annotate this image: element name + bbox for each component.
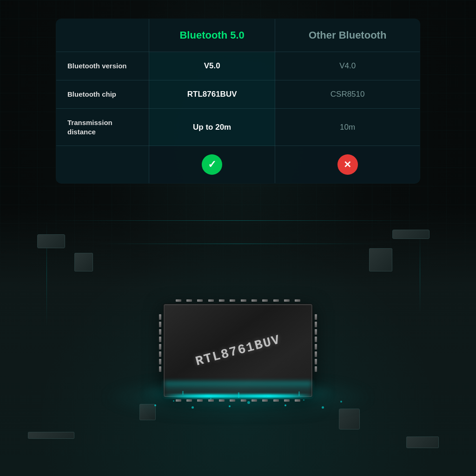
particle <box>266 396 267 397</box>
table-row: Bluetooth version V5.0 V4.0 <box>56 52 420 80</box>
table-header-feature <box>56 19 149 52</box>
circuit-line <box>95 244 381 244</box>
chip-pin <box>315 314 317 320</box>
particle <box>182 391 184 395</box>
comparison-table-container: Bluetooth 5.0 Other Bluetooth Bluetooth … <box>56 19 420 184</box>
chip-pin <box>159 344 161 350</box>
chip-pin <box>159 366 161 372</box>
board-component <box>74 253 93 271</box>
table-header-bt50: Bluetooth 5.0 <box>149 19 275 52</box>
row-other-version: V4.0 <box>275 52 420 80</box>
chip-pins-top <box>174 299 302 302</box>
chip-label: RTL8761BUV <box>194 332 282 369</box>
chip-pin <box>315 322 317 327</box>
chip-pins-left <box>159 314 161 387</box>
particle <box>284 404 286 406</box>
table-header-row: Bluetooth 5.0 Other Bluetooth <box>56 19 420 52</box>
chip-pin <box>273 299 279 302</box>
row-label-version: Bluetooth version <box>56 52 149 80</box>
table-row: Transmission distance Up to 20m 10m <box>56 109 420 146</box>
chip-wrapper: RTL8761BUV <box>164 304 312 397</box>
chip-pin <box>315 337 317 342</box>
chip-pins-right <box>315 314 317 387</box>
chip-pin <box>186 299 192 302</box>
icon-row-empty <box>56 146 149 184</box>
circuit-line <box>420 233 420 314</box>
chip-pin <box>315 329 317 335</box>
chip-pin <box>208 299 214 302</box>
particle <box>238 392 239 398</box>
particle <box>298 391 300 396</box>
cross-cell: ✕ <box>275 146 420 184</box>
particle <box>247 401 250 404</box>
board-component <box>392 230 430 239</box>
table-row: Bluetooth chip RTL8761BUV CSR8510 <box>56 80 420 109</box>
particle <box>322 406 324 409</box>
board-component <box>369 248 392 271</box>
particle <box>340 401 342 403</box>
check-icon: ✓ <box>202 154 222 175</box>
row-other-chip: CSR8510 <box>275 80 420 109</box>
chip-pin <box>315 344 317 350</box>
board-component <box>28 432 74 439</box>
comparison-table: Bluetooth 5.0 Other Bluetooth Bluetooth … <box>56 19 420 184</box>
chip-pin <box>219 299 225 302</box>
chip-pin <box>315 351 317 357</box>
row-bt50-chip: RTL8761BUV <box>149 80 275 109</box>
board-component <box>406 436 439 448</box>
chip-pin <box>159 359 161 364</box>
circuit-line <box>47 220 428 221</box>
board-component <box>37 234 65 248</box>
row-label-distance: Transmission distance <box>56 109 149 146</box>
particle <box>210 398 212 399</box>
chip-pin <box>262 299 268 302</box>
chip-pin <box>159 329 161 335</box>
particle <box>192 406 194 409</box>
particle <box>229 405 231 407</box>
row-bt50-distance: Up to 20m <box>149 109 275 146</box>
chip-pin <box>251 299 257 302</box>
chip-pin <box>159 337 161 342</box>
table-row-icons: ✓ ✕ <box>56 146 420 184</box>
chip-pin <box>315 366 317 372</box>
row-label-chip: Bluetooth chip <box>56 80 149 109</box>
particle <box>154 404 156 406</box>
chip-particles <box>136 383 340 411</box>
particle <box>173 400 174 402</box>
chip-pin <box>315 359 317 364</box>
row-other-distance: 10m <box>275 109 420 146</box>
chip-area: RTL8761BUV <box>0 206 476 476</box>
cross-icon: ✕ <box>337 154 358 175</box>
chip-pin <box>197 299 203 302</box>
particle <box>303 399 304 401</box>
check-cell: ✓ <box>149 146 275 184</box>
table-header-other: Other Bluetooth <box>275 19 420 52</box>
chip-pin <box>159 322 161 327</box>
row-bt50-version: V5.0 <box>149 52 275 80</box>
chip-pin <box>284 299 290 302</box>
chip-pin <box>241 299 246 302</box>
chip-pin <box>159 351 161 357</box>
chip-pin <box>176 299 181 302</box>
chip-pin <box>230 299 235 302</box>
chip-pin <box>295 299 300 302</box>
chip-pin <box>159 314 161 320</box>
